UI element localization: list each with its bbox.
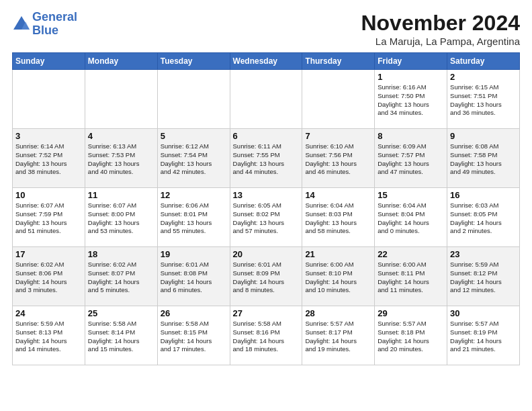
col-monday: Monday — [85, 53, 157, 70]
day-number: 9 — [450, 131, 517, 141]
cell-1-2: 5Sunrise: 6:12 AM Sunset: 7:54 PM Daylig… — [157, 129, 230, 188]
day-info: Sunrise: 6:16 AM Sunset: 7:50 PM Dayligh… — [378, 83, 444, 118]
day-number: 27 — [233, 308, 300, 318]
cell-4-2: 26Sunrise: 5:58 AM Sunset: 8:15 PM Dayli… — [157, 306, 230, 365]
day-info: Sunrise: 6:14 AM Sunset: 7:52 PM Dayligh… — [15, 142, 82, 177]
cell-3-0: 17Sunrise: 6:02 AM Sunset: 8:06 PM Dayli… — [13, 247, 85, 306]
day-info: Sunrise: 6:10 AM Sunset: 7:56 PM Dayligh… — [305, 142, 371, 177]
day-info: Sunrise: 6:12 AM Sunset: 7:54 PM Dayligh… — [161, 142, 227, 177]
cell-3-3: 20Sunrise: 6:01 AM Sunset: 8:09 PM Dayli… — [230, 247, 302, 306]
day-number: 12 — [161, 190, 227, 200]
day-info: Sunrise: 5:57 AM Sunset: 8:17 PM Dayligh… — [305, 320, 371, 354]
day-number: 26 — [161, 308, 227, 318]
day-number: 23 — [450, 249, 517, 259]
day-info: Sunrise: 6:15 AM Sunset: 7:51 PM Dayligh… — [450, 83, 517, 118]
day-number: 13 — [233, 190, 300, 200]
day-number: 14 — [305, 190, 371, 200]
day-number: 30 — [450, 308, 517, 318]
cell-0-4 — [302, 70, 375, 129]
cell-3-2: 19Sunrise: 6:01 AM Sunset: 8:08 PM Dayli… — [157, 247, 230, 306]
month-title: November 2024 — [361, 11, 520, 36]
day-info: Sunrise: 6:06 AM Sunset: 8:01 PM Dayligh… — [161, 201, 227, 236]
day-number: 29 — [378, 308, 444, 318]
cell-2-1: 11Sunrise: 6:07 AM Sunset: 8:00 PM Dayli… — [85, 188, 157, 247]
page: General Blue November 2024 La Maruja, La… — [0, 0, 532, 372]
day-info: Sunrise: 5:58 AM Sunset: 8:15 PM Dayligh… — [161, 320, 227, 354]
cell-2-0: 10Sunrise: 6:07 AM Sunset: 7:59 PM Dayli… — [13, 188, 85, 247]
cell-0-5: 1Sunrise: 6:16 AM Sunset: 7:50 PM Daylig… — [375, 70, 447, 129]
day-info: Sunrise: 6:04 AM Sunset: 8:03 PM Dayligh… — [305, 201, 371, 236]
cell-0-6: 2Sunrise: 6:15 AM Sunset: 7:51 PM Daylig… — [447, 70, 520, 129]
location-title: La Maruja, La Pampa, Argentina — [361, 36, 520, 47]
day-number: 24 — [15, 308, 82, 318]
cell-2-4: 14Sunrise: 6:04 AM Sunset: 8:03 PM Dayli… — [302, 188, 375, 247]
cell-1-4: 7Sunrise: 6:10 AM Sunset: 7:56 PM Daylig… — [302, 129, 375, 188]
day-info: Sunrise: 5:59 AM Sunset: 8:13 PM Dayligh… — [15, 320, 82, 354]
cell-3-6: 23Sunrise: 5:59 AM Sunset: 8:12 PM Dayli… — [447, 247, 520, 306]
day-number: 7 — [305, 131, 371, 141]
day-info: Sunrise: 6:05 AM Sunset: 8:02 PM Dayligh… — [233, 201, 300, 236]
col-wednesday: Wednesday — [230, 53, 302, 70]
day-number: 11 — [88, 190, 154, 200]
day-info: Sunrise: 6:00 AM Sunset: 8:10 PM Dayligh… — [305, 261, 371, 295]
day-info: Sunrise: 5:58 AM Sunset: 8:14 PM Dayligh… — [88, 320, 154, 354]
logo-blue: Blue — [32, 24, 58, 37]
cell-4-6: 30Sunrise: 5:57 AM Sunset: 8:19 PM Dayli… — [447, 306, 520, 365]
day-number: 4 — [88, 131, 154, 141]
col-saturday: Saturday — [447, 53, 520, 70]
calendar-header: Sunday Monday Tuesday Wednesday Thursday… — [13, 53, 520, 70]
day-number: 25 — [88, 308, 154, 318]
day-info: Sunrise: 6:09 AM Sunset: 7:57 PM Dayligh… — [378, 142, 444, 177]
cell-0-0 — [13, 70, 85, 129]
day-info: Sunrise: 6:01 AM Sunset: 8:09 PM Dayligh… — [233, 261, 300, 295]
calendar-body: 1Sunrise: 6:16 AM Sunset: 7:50 PM Daylig… — [13, 70, 520, 365]
col-thursday: Thursday — [302, 53, 375, 70]
col-friday: Friday — [375, 53, 447, 70]
day-number: 15 — [378, 190, 444, 200]
col-tuesday: Tuesday — [157, 53, 230, 70]
day-number: 20 — [233, 249, 300, 259]
day-info: Sunrise: 6:07 AM Sunset: 8:00 PM Dayligh… — [88, 201, 154, 236]
cell-1-0: 3Sunrise: 6:14 AM Sunset: 7:52 PM Daylig… — [13, 129, 85, 188]
cell-3-4: 21Sunrise: 6:00 AM Sunset: 8:10 PM Dayli… — [302, 247, 375, 306]
day-info: Sunrise: 5:57 AM Sunset: 8:18 PM Dayligh… — [378, 320, 444, 354]
cell-2-5: 15Sunrise: 6:04 AM Sunset: 8:04 PM Dayli… — [375, 188, 447, 247]
cell-0-3 — [230, 70, 302, 129]
week-row-0: 1Sunrise: 6:16 AM Sunset: 7:50 PM Daylig… — [13, 70, 520, 129]
cell-4-1: 25Sunrise: 5:58 AM Sunset: 8:14 PM Dayli… — [85, 306, 157, 365]
day-info: Sunrise: 6:04 AM Sunset: 8:04 PM Dayligh… — [378, 201, 444, 236]
cell-3-1: 18Sunrise: 6:02 AM Sunset: 8:07 PM Dayli… — [85, 247, 157, 306]
day-info: Sunrise: 6:01 AM Sunset: 8:08 PM Dayligh… — [161, 261, 227, 295]
logo-icon — [12, 15, 31, 34]
cell-1-6: 9Sunrise: 6:08 AM Sunset: 7:58 PM Daylig… — [447, 129, 520, 188]
day-info: Sunrise: 6:11 AM Sunset: 7:55 PM Dayligh… — [233, 142, 300, 177]
day-info: Sunrise: 6:02 AM Sunset: 8:07 PM Dayligh… — [88, 261, 154, 295]
cell-4-4: 28Sunrise: 5:57 AM Sunset: 8:17 PM Dayli… — [302, 306, 375, 365]
cell-2-3: 13Sunrise: 6:05 AM Sunset: 8:02 PM Dayli… — [230, 188, 302, 247]
day-info: Sunrise: 6:08 AM Sunset: 7:58 PM Dayligh… — [450, 142, 517, 177]
day-number: 17 — [15, 249, 82, 259]
day-info: Sunrise: 6:00 AM Sunset: 8:11 PM Dayligh… — [378, 261, 444, 295]
day-number: 5 — [161, 131, 227, 141]
week-row-1: 3Sunrise: 6:14 AM Sunset: 7:52 PM Daylig… — [13, 129, 520, 188]
cell-2-6: 16Sunrise: 6:03 AM Sunset: 8:05 PM Dayli… — [447, 188, 520, 247]
day-number: 2 — [450, 72, 517, 82]
cell-1-1: 4Sunrise: 6:13 AM Sunset: 7:53 PM Daylig… — [85, 129, 157, 188]
cell-4-3: 27Sunrise: 5:58 AM Sunset: 8:16 PM Dayli… — [230, 306, 302, 365]
cell-1-3: 6Sunrise: 6:11 AM Sunset: 7:55 PM Daylig… — [230, 129, 302, 188]
day-number: 28 — [305, 308, 371, 318]
cell-0-2 — [157, 70, 230, 129]
col-sunday: Sunday — [13, 53, 85, 70]
cell-4-5: 29Sunrise: 5:57 AM Sunset: 8:18 PM Dayli… — [375, 306, 447, 365]
day-info: Sunrise: 5:59 AM Sunset: 8:12 PM Dayligh… — [450, 261, 517, 295]
day-number: 18 — [88, 249, 154, 259]
cell-1-5: 8Sunrise: 6:09 AM Sunset: 7:57 PM Daylig… — [375, 129, 447, 188]
day-info: Sunrise: 6:07 AM Sunset: 7:59 PM Dayligh… — [15, 201, 82, 236]
week-row-3: 17Sunrise: 6:02 AM Sunset: 8:06 PM Dayli… — [13, 247, 520, 306]
week-row-4: 24Sunrise: 5:59 AM Sunset: 8:13 PM Dayli… — [13, 306, 520, 365]
cell-3-5: 22Sunrise: 6:00 AM Sunset: 8:11 PM Dayli… — [375, 247, 447, 306]
day-number: 19 — [161, 249, 227, 259]
day-info: Sunrise: 6:02 AM Sunset: 8:06 PM Dayligh… — [15, 261, 82, 295]
day-number: 21 — [305, 249, 371, 259]
cell-2-2: 12Sunrise: 6:06 AM Sunset: 8:01 PM Dayli… — [157, 188, 230, 247]
